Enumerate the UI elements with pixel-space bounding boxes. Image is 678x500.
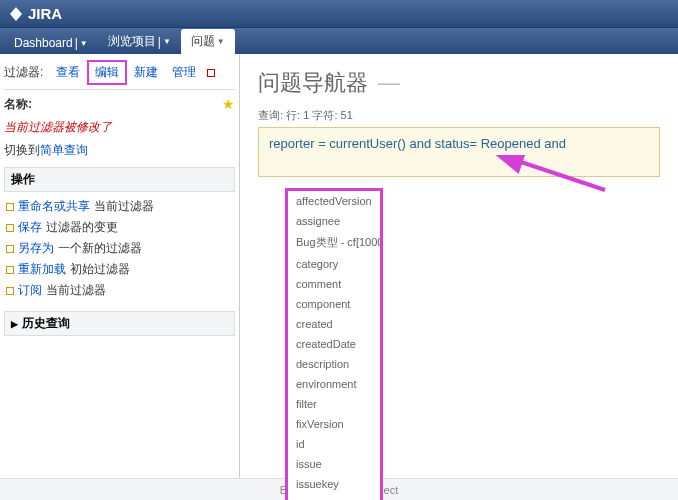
chevron-down-icon: ▼ <box>163 37 171 46</box>
ac-item[interactable]: comment <box>288 274 380 294</box>
jira-icon <box>8 6 24 22</box>
nav-dashboard[interactable]: Dashboard | ▼ <box>4 32 98 54</box>
switch-query-mode: 切换到简单查询 <box>4 142 235 159</box>
bullet-icon <box>6 203 14 211</box>
tab-manage[interactable]: 管理 <box>165 61 203 84</box>
bullet-icon <box>6 245 14 253</box>
action-subscribe[interactable]: 订阅当前过滤器 <box>6 280 233 301</box>
page-title: 问题导航器— <box>258 68 660 98</box>
ac-item[interactable]: createdDate <box>288 334 380 354</box>
filter-tabs: 过滤器: 查看 编辑 新建 管理 <box>4 60 235 90</box>
simple-query-link[interactable]: 简单查询 <box>40 143 88 157</box>
tab-new[interactable]: 新建 <box>127 61 165 84</box>
ac-item[interactable]: filter <box>288 394 380 414</box>
ac-item[interactable]: environment <box>288 374 380 394</box>
filter-label: 过滤器: <box>4 64 43 81</box>
action-reload[interactable]: 重新加载初始过滤器 <box>6 259 233 280</box>
star-icon[interactable]: ★ <box>222 96 235 112</box>
nav-issues[interactable]: 问题 ▼ <box>181 29 235 54</box>
ac-item[interactable]: category <box>288 254 380 274</box>
nav-browse-projects[interactable]: 浏览项目 | ▼ <box>98 29 181 54</box>
chevron-down-icon: ▼ <box>217 37 225 46</box>
jql-query-input[interactable]: reporter = currentUser() and status= Reo… <box>258 127 660 177</box>
stop-icon[interactable] <box>207 69 215 77</box>
ac-item[interactable]: fixVersion <box>288 414 380 434</box>
bullet-icon <box>6 287 14 295</box>
ac-item[interactable]: affectedVersion <box>288 191 380 211</box>
ac-item[interactable]: component <box>288 294 380 314</box>
sidebar: 过滤器: 查看 编辑 新建 管理 名称: ★ 当前过滤器被修改了 切换到简单查询… <box>0 54 240 478</box>
tab-edit[interactable]: 编辑 <box>87 60 127 85</box>
jira-logo[interactable]: JIRA <box>8 5 62 22</box>
history-header[interactable]: ▶历史查询 <box>4 311 235 336</box>
query-position-info: 查询: 行: 1 字符: 51 <box>258 108 660 123</box>
operations-header: 操作 <box>4 167 235 192</box>
app-header: JIRA <box>0 0 678 28</box>
action-rename-share[interactable]: 重命名或共享当前过滤器 <box>6 196 233 217</box>
main-nav: Dashboard | ▼ 浏览项目 | ▼ 问题 ▼ <box>0 28 678 54</box>
jql-autocomplete-dropdown: affectedVersion assignee Bug类型 - cf[1000… <box>285 188 383 500</box>
tab-view[interactable]: 查看 <box>49 61 87 84</box>
app-name: JIRA <box>28 5 62 22</box>
ac-item[interactable]: NOT <box>288 494 380 500</box>
action-list: 重命名或共享当前过滤器 保存过滤器的变更 另存为一个新的过滤器 重新加载初始过滤… <box>4 192 235 305</box>
ac-item[interactable]: description <box>288 354 380 374</box>
ac-item[interactable]: Bug类型 - cf[10006] <box>288 231 380 254</box>
ac-item[interactable]: assignee <box>288 211 380 231</box>
chevron-down-icon: ▼ <box>80 39 88 48</box>
ac-item[interactable]: id <box>288 434 380 454</box>
action-save[interactable]: 保存过滤器的变更 <box>6 217 233 238</box>
name-label: 名称: <box>4 97 32 111</box>
name-section: 名称: ★ <box>4 96 235 113</box>
filter-modified-alert: 当前过滤器被修改了 <box>4 119 235 136</box>
ac-item[interactable]: issue <box>288 454 380 474</box>
triangle-right-icon: ▶ <box>11 319 18 329</box>
ac-item[interactable]: created <box>288 314 380 334</box>
bullet-icon <box>6 266 14 274</box>
bullet-icon <box>6 224 14 232</box>
action-save-as[interactable]: 另存为一个新的过滤器 <box>6 238 233 259</box>
ac-item[interactable]: issuekey <box>288 474 380 494</box>
